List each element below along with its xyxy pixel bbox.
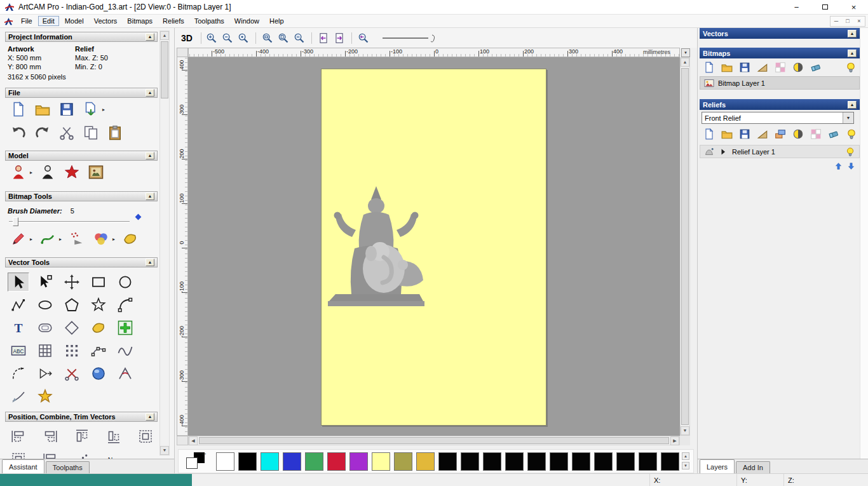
copy-icon[interactable]	[81, 124, 100, 142]
palette-scroll-up-icon[interactable]: ▲	[682, 452, 689, 460]
create-arc-icon[interactable]	[114, 295, 136, 314]
edit-model-icon-flyout[interactable]: ▸	[30, 170, 32, 175]
collapse-section-icon[interactable]	[146, 152, 154, 159]
create-polygon-icon[interactable]	[61, 295, 83, 314]
tab-layers[interactable]: Layers	[700, 459, 735, 473]
palette-swatch-2[interactable]	[261, 452, 279, 471]
align-bottom-icon[interactable]	[103, 427, 125, 446]
collapse-section-icon[interactable]	[848, 50, 857, 57]
relief-layer-row[interactable]: Relief Layer 1	[700, 145, 860, 158]
palette-swatch-0[interactable]	[216, 452, 234, 471]
palette-swatch-17[interactable]	[594, 452, 613, 471]
primary-colour-swatch[interactable]	[186, 457, 198, 469]
viewport-2d[interactable]	[188, 57, 680, 436]
greyscale-model-icon[interactable]	[38, 163, 57, 181]
create-diamond-icon[interactable]	[61, 318, 83, 337]
palette-swatch-16[interactable]	[572, 452, 590, 471]
assistant-scrollbar[interactable]: ▲ ▼	[159, 30, 170, 456]
palette-swatch-12[interactable]	[483, 452, 501, 471]
interactive-distort-icon[interactable]	[88, 364, 109, 383]
align-top-icon[interactable]	[71, 427, 93, 446]
select-vectors-icon[interactable]	[8, 273, 29, 292]
model-canvas[interactable]	[321, 69, 546, 426]
relief-layer-visibility-icon[interactable]	[844, 146, 857, 158]
relief-layer-thumbnail-icon[interactable]	[703, 146, 715, 158]
join-vectors-icon[interactable]	[34, 364, 56, 383]
menu-reliefs[interactable]: Reliefs	[158, 16, 189, 26]
zoom-window-icon[interactable]	[261, 31, 275, 44]
colour-indicator[interactable]: ↔	[185, 452, 209, 472]
new-bitmap-layer-icon[interactable]	[702, 61, 716, 74]
undo-icon[interactable]	[9, 124, 28, 142]
tab-add-in[interactable]: Add In	[736, 461, 770, 473]
slider-thumb[interactable]	[13, 217, 18, 226]
bitmap-shading-icon[interactable]	[755, 61, 770, 74]
zoom-out-icon[interactable]	[220, 31, 235, 44]
relief-select[interactable]: Front Relief ▼	[702, 112, 854, 124]
align-left-icon[interactable]	[8, 427, 29, 446]
palette-swatch-1[interactable]	[238, 452, 257, 471]
scroll-down-icon[interactable]: ▼	[681, 426, 689, 435]
palette-swatch-7[interactable]	[372, 452, 390, 471]
paste-in-position-icon[interactable]	[114, 318, 136, 337]
palette-swatch-13[interactable]	[505, 452, 524, 471]
flood-fill-icon[interactable]	[121, 230, 140, 248]
create-star-icon[interactable]	[88, 295, 109, 314]
scrollbar-thumb[interactable]	[161, 41, 168, 98]
block-copy-icon[interactable]	[61, 341, 83, 360]
chevron-down-icon[interactable]: ▼	[843, 112, 853, 123]
collapse-section-icon[interactable]	[146, 89, 154, 97]
invert-relief-icon[interactable]	[62, 163, 81, 181]
scroll-up-icon[interactable]: ▲	[160, 31, 169, 40]
trim-vectors-icon[interactable]	[61, 364, 83, 383]
move-layer-down-icon[interactable]	[846, 161, 856, 171]
paint-icon[interactable]	[9, 230, 28, 248]
redo-icon[interactable]	[33, 124, 52, 142]
relief-from-image-icon[interactable]	[86, 163, 105, 181]
cut-icon[interactable]	[57, 124, 76, 142]
texture-flood-fill-icon[interactable]	[88, 318, 109, 337]
palette-swatch-8[interactable]	[394, 452, 412, 471]
draw-icon-flyout[interactable]: ▸	[59, 236, 62, 242]
palette-swatch-5[interactable]	[327, 452, 346, 471]
palette-swatch-10[interactable]	[438, 452, 457, 471]
palette-swatch-11[interactable]	[461, 452, 479, 471]
palette-swatch-18[interactable]	[616, 452, 635, 471]
node-editing-icon[interactable]	[34, 273, 56, 292]
create-star-shape-icon[interactable]	[34, 387, 56, 406]
mdi-close-button[interactable]: ×	[853, 17, 865, 26]
arc-fit-icon[interactable]	[8, 364, 29, 383]
minimize-button[interactable]: −	[782, 0, 811, 14]
menu-file[interactable]: File	[17, 16, 37, 26]
import-model-icon[interactable]	[81, 100, 100, 118]
create-circle-icon[interactable]	[114, 273, 136, 292]
collapse-section-icon[interactable]	[848, 101, 857, 109]
relief-transparency-icon[interactable]	[808, 128, 823, 140]
transform-vectors-icon[interactable]	[61, 273, 83, 292]
slice-vectors-icon[interactable]	[8, 387, 29, 406]
tab-toolpaths[interactable]: Toolpaths	[46, 461, 90, 473]
paint-selective-icon[interactable]	[67, 230, 86, 248]
palette-swatch-14[interactable]	[527, 452, 546, 471]
line-width-preview[interactable]	[381, 33, 440, 43]
vectors-header[interactable]: Vectors	[700, 28, 860, 39]
zoom-previous-icon[interactable]	[356, 31, 371, 44]
edit-model-icon[interactable]	[9, 163, 28, 181]
zoom-in-icon[interactable]	[205, 31, 219, 44]
scroll-left-icon[interactable]: ◀	[189, 436, 198, 445]
relief-shading-icon[interactable]	[755, 128, 770, 140]
scroll-down-icon[interactable]: ▼	[160, 446, 169, 455]
zoom-1to1-icon[interactable]	[292, 31, 307, 44]
align-centre-icon[interactable]	[135, 427, 156, 446]
collapse-section-icon[interactable]	[848, 30, 857, 37]
offset-vectors-icon[interactable]	[34, 318, 56, 337]
palette-swatch-6[interactable]	[349, 452, 368, 471]
wrap-text-icon[interactable]: ABC	[8, 341, 29, 360]
delete-bitmap-layer-icon[interactable]	[808, 61, 823, 74]
move-layer-up-icon[interactable]	[833, 161, 843, 171]
collapse-section-icon[interactable]	[146, 413, 154, 421]
align-right-icon[interactable]	[39, 427, 61, 446]
collapse-section-icon[interactable]	[146, 259, 154, 266]
swap-colours-icon[interactable]: ↔	[201, 450, 207, 456]
draw-icon[interactable]	[38, 230, 57, 248]
